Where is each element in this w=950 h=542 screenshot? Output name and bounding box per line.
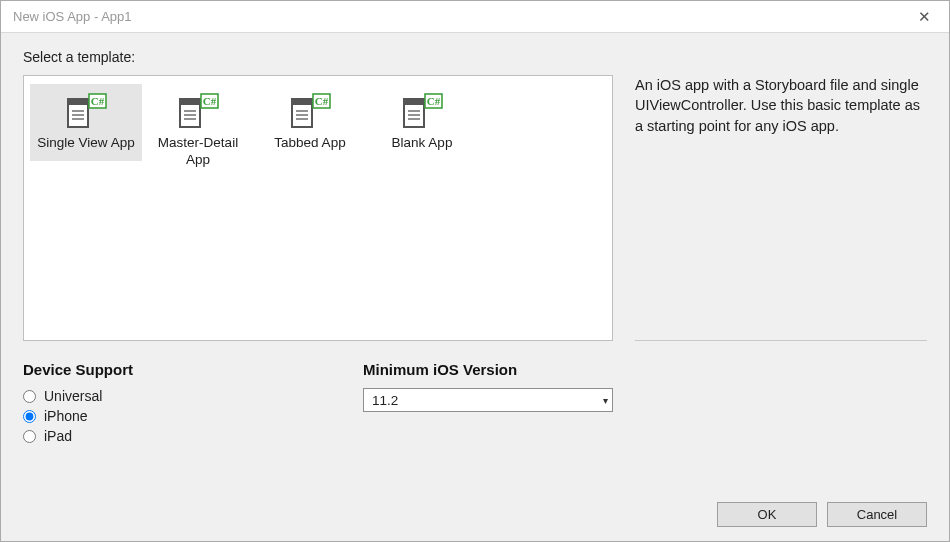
cancel-button[interactable]: Cancel	[827, 502, 927, 527]
min-ios-version-section: Minimum iOS Version 11.2 ▾	[363, 361, 623, 448]
middle-row: C# Single View App C# Master-Detail Ap	[23, 75, 927, 341]
close-icon: ✕	[918, 8, 931, 26]
template-list: C# Single View App C# Master-Detail Ap	[23, 75, 613, 341]
device-option-ipad[interactable]: iPad	[23, 428, 303, 444]
ok-button-label: OK	[758, 507, 777, 522]
template-item-single-view[interactable]: C# Single View App	[30, 84, 142, 161]
options-row: Device Support Universal iPhone iPad Min…	[23, 361, 927, 448]
titlebar: New iOS App - App1 ✕	[1, 1, 949, 33]
svg-text:C#: C#	[91, 95, 105, 107]
device-support-section: Device Support Universal iPhone iPad	[23, 361, 303, 448]
description-column: An iOS app with a Storyboard file and si…	[635, 75, 927, 341]
dialog-window: New iOS App - App1 ✕ Select a template: …	[0, 0, 950, 542]
template-label: Single View App	[35, 135, 137, 152]
svg-rect-22	[404, 99, 424, 105]
template-item-master-detail[interactable]: C# Master-Detail App	[142, 84, 254, 178]
device-option-label: Universal	[44, 388, 102, 404]
csharp-template-icon: C#	[401, 93, 443, 129]
min-ios-version-select[interactable]: 11.2 ▾	[363, 388, 613, 412]
device-option-universal[interactable]: Universal	[23, 388, 303, 404]
select-value: 11.2	[372, 393, 398, 408]
cancel-button-label: Cancel	[857, 507, 897, 522]
svg-text:C#: C#	[203, 95, 217, 107]
device-option-iphone[interactable]: iPhone	[23, 408, 303, 424]
template-label: Blank App	[371, 135, 473, 152]
template-item-blank[interactable]: C# Blank App	[366, 84, 478, 161]
svg-rect-1	[68, 99, 88, 105]
svg-rect-8	[180, 99, 200, 105]
device-option-label: iPad	[44, 428, 72, 444]
prompt-label: Select a template:	[23, 49, 927, 65]
radio-iphone[interactable]	[23, 410, 36, 423]
description-divider	[635, 340, 927, 341]
template-label: Master-Detail App	[147, 135, 249, 169]
radio-ipad[interactable]	[23, 430, 36, 443]
close-button[interactable]: ✕	[909, 4, 939, 30]
svg-text:C#: C#	[427, 95, 441, 107]
csharp-template-icon: C#	[177, 93, 219, 129]
dialog-content: Select a template: C# Single View App	[1, 33, 949, 541]
min-ios-version-header: Minimum iOS Version	[363, 361, 623, 378]
svg-rect-15	[292, 99, 312, 105]
dialog-button-row: OK Cancel	[23, 494, 927, 527]
chevron-down-icon: ▾	[603, 395, 608, 406]
device-support-header: Device Support	[23, 361, 303, 378]
ok-button[interactable]: OK	[717, 502, 817, 527]
svg-text:C#: C#	[315, 95, 329, 107]
window-title: New iOS App - App1	[13, 9, 132, 24]
template-item-tabbed[interactable]: C# Tabbed App	[254, 84, 366, 161]
template-description: An iOS app with a Storyboard file and si…	[635, 75, 927, 136]
csharp-template-icon: C#	[289, 93, 331, 129]
csharp-template-icon: C#	[65, 93, 107, 129]
device-option-label: iPhone	[44, 408, 88, 424]
template-label: Tabbed App	[259, 135, 361, 152]
radio-universal[interactable]	[23, 390, 36, 403]
